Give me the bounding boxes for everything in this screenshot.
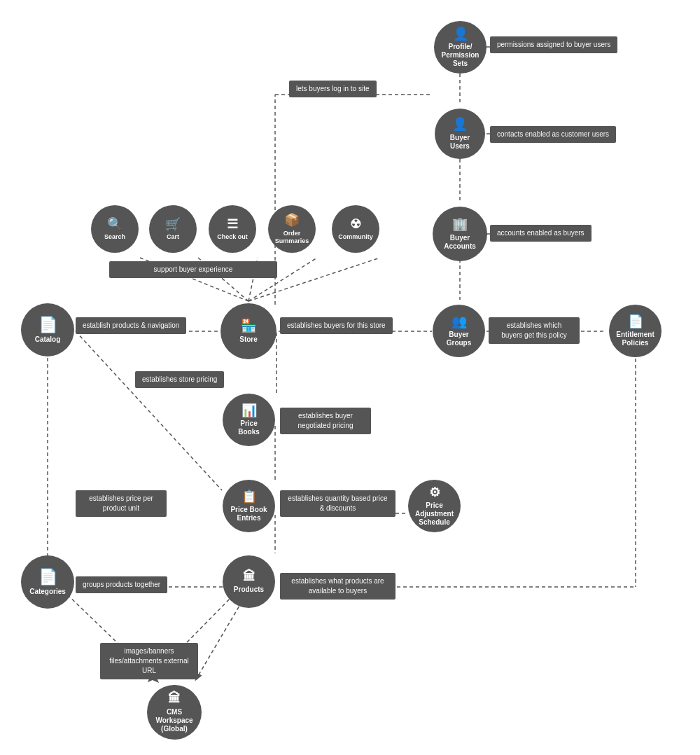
profile-icon: 👤 (453, 27, 468, 42)
node-community: ☢ Community (332, 205, 379, 253)
label-contacts-enabled: contacts enabled as customer users (490, 126, 616, 143)
cart-icon: 🛒 (165, 217, 181, 233)
node-catalog: 📄 Catalog (21, 303, 74, 356)
buyer-accounts-icon: 🏢 (452, 217, 468, 233)
entitlement-icon: 📄 (628, 314, 643, 330)
node-buyer-accounts: 🏢 BuyerAccounts (433, 207, 487, 261)
node-buyer-groups: 👥 BuyerGroups (433, 305, 485, 357)
node-price-book-entries: 📋 Price BookEntries (223, 480, 275, 532)
order-summaries-label: OrderSummaries (275, 230, 309, 245)
community-label: Community (338, 233, 373, 241)
buyer-groups-icon: 👥 (451, 314, 467, 330)
cms-icon: 🏛 (168, 691, 181, 707)
buyer-users-label: BuyerUsers (450, 134, 470, 151)
products-label: Products (234, 586, 264, 594)
label-establishes-what-products: establishes what products are available … (280, 573, 396, 600)
svg-line-21 (76, 331, 222, 490)
node-entitlement-policies: 📄 EntitlementPolicies (609, 305, 662, 357)
buyer-groups-label: BuyerGroups (447, 331, 472, 347)
store-label: Store (239, 335, 258, 344)
catalog-icon: 📄 (38, 316, 57, 334)
node-order-summaries: 📦 OrderSummaries (268, 205, 316, 253)
label-lets-buyers-login: lets buyers log in to site (289, 81, 377, 97)
price-books-icon: 📊 (241, 403, 257, 419)
node-buyer-users: 👤 BuyerUsers (435, 109, 485, 159)
profile-label: Profile/ Permission Sets (434, 43, 486, 68)
search-label: Search (104, 233, 125, 241)
order-summaries-icon: 📦 (284, 213, 300, 228)
node-price-books: 📊 PriceBooks (223, 394, 275, 446)
checkout-icon: ☰ (227, 217, 238, 233)
label-establishes-store-pricing: establishes store pricing (135, 371, 224, 388)
price-book-entries-label: Price BookEntries (230, 506, 267, 522)
node-search: 🔍 Search (91, 205, 139, 253)
label-images-banners: images/banners files/attachments externa… (100, 643, 198, 679)
checkout-label: Check out (217, 233, 248, 241)
connections-svg (0, 0, 700, 755)
node-checkout: ☰ Check out (209, 205, 256, 253)
diagram-container: 👤 Profile/ Permission Sets 👤 BuyerUsers … (0, 0, 700, 755)
community-icon: ☢ (350, 217, 361, 233)
label-buyers-get-this: establishes which buyers get this policy (489, 317, 580, 344)
price-adjustment-label: PriceAdjustmentSchedule (415, 501, 454, 527)
node-cms-workspace: 🏛 CMSWorkspace(Global) (147, 685, 202, 740)
price-book-entries-icon: 📋 (241, 490, 257, 505)
label-groups-products: groups products together (76, 576, 167, 593)
label-establishes-buyer-negotiated: establishes buyer negotiated pricing (280, 408, 371, 434)
price-adjustment-icon: ⚙ (429, 485, 440, 501)
catalog-label: Catalog (35, 335, 61, 344)
price-books-label: PriceBooks (238, 420, 260, 436)
categories-label: Categories (29, 588, 66, 596)
store-icon: 🏪 (241, 319, 256, 334)
node-profile: 👤 Profile/ Permission Sets (434, 21, 486, 74)
label-establishes-buyers: establishes buyers for this store (280, 317, 393, 334)
products-icon: 🏛 (243, 569, 255, 585)
entitlement-label: EntitlementPolicies (616, 331, 654, 347)
node-products: 🏛 Products (223, 555, 275, 608)
label-permissions-assigned: permissions assigned to buyer users (490, 36, 617, 53)
label-establishes-price-per-unit: establishes price per product unit (76, 490, 167, 517)
cms-label: CMSWorkspace(Global) (155, 708, 192, 733)
node-price-adjustment: ⚙ PriceAdjustmentSchedule (408, 480, 461, 532)
node-categories: 📄 Categories (21, 555, 74, 609)
search-icon: 🔍 (107, 217, 122, 233)
label-accounts-enabled: accounts enabled as buyers (490, 225, 592, 242)
node-cart: 🛒 Cart (149, 205, 197, 253)
buyer-accounts-label: BuyerAccounts (444, 234, 476, 251)
cart-label: Cart (167, 233, 179, 241)
label-establishes-quantity: establishes quantity based price & disco… (280, 490, 396, 517)
label-establish-products: establish products & navigation (76, 317, 186, 334)
categories-icon: 📄 (38, 568, 57, 586)
node-store: 🏪 Store (220, 303, 276, 359)
buyer-users-icon: 👤 (452, 117, 468, 132)
label-support-buyer-experience: support buyer experience (109, 261, 277, 278)
